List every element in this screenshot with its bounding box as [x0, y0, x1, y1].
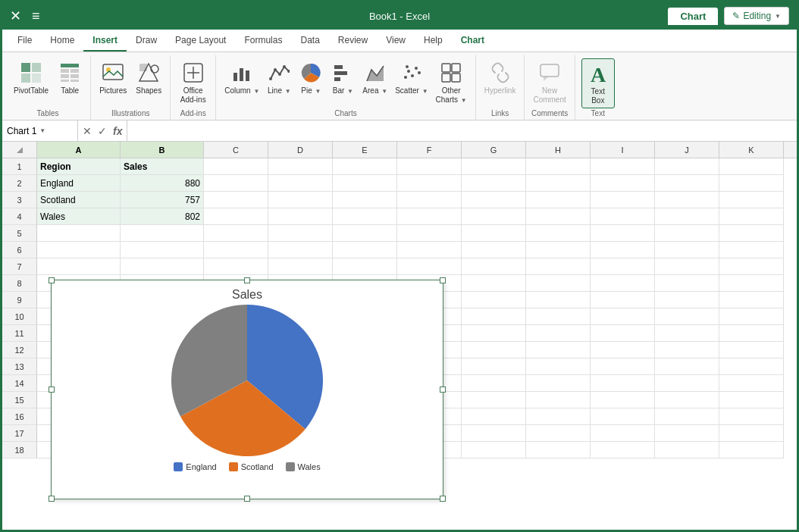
- cell-I4[interactable]: [591, 208, 655, 225]
- cell-I7[interactable]: [591, 258, 655, 275]
- cell-I16[interactable]: [591, 408, 655, 425]
- cell-B4[interactable]: 802: [121, 208, 204, 225]
- column-chart-button[interactable]: Column ▼: [221, 58, 263, 98]
- cell-I1[interactable]: [591, 158, 655, 175]
- scatter-chart-button[interactable]: Scatter ▼: [391, 58, 431, 98]
- cell-H5[interactable]: [526, 225, 591, 242]
- name-box[interactable]: Chart 1 ▼: [2, 120, 78, 141]
- cell-H10[interactable]: [526, 308, 591, 325]
- cell-E7[interactable]: [333, 258, 397, 275]
- cell-G16[interactable]: [462, 408, 526, 425]
- cell-G8[interactable]: [462, 275, 526, 292]
- cell-K2[interactable]: [719, 175, 784, 192]
- cell-D2[interactable]: [268, 175, 333, 192]
- cell-K11[interactable]: [719, 325, 784, 342]
- chart-handle-tr[interactable]: [440, 277, 446, 283]
- cell-G15[interactable]: [462, 392, 526, 408]
- cell-K18[interactable]: [719, 442, 784, 458]
- col-header-E[interactable]: E: [333, 142, 397, 158]
- chart-handle-bl[interactable]: [49, 496, 55, 502]
- row-num-6[interactable]: 6: [2, 242, 37, 258]
- cell-H3[interactable]: [526, 192, 591, 208]
- cell-B1[interactable]: Sales: [121, 158, 204, 175]
- cell-H16[interactable]: [526, 408, 591, 425]
- cell-I14[interactable]: [591, 375, 655, 392]
- cell-J1[interactable]: [655, 158, 719, 175]
- cancel-formula-button[interactable]: ✕: [81, 124, 93, 139]
- col-header-B[interactable]: B: [121, 142, 204, 158]
- name-box-arrow[interactable]: ▼: [39, 127, 45, 134]
- cell-G4[interactable]: [462, 208, 526, 225]
- cell-G12[interactable]: [462, 342, 526, 358]
- cell-J8[interactable]: [655, 275, 719, 292]
- editing-button[interactable]: ✎ Editing ▼: [724, 7, 789, 25]
- cell-C7[interactable]: [204, 258, 268, 275]
- cell-H14[interactable]: [526, 375, 591, 392]
- row-num-13[interactable]: 13: [2, 358, 37, 375]
- col-header-C[interactable]: C: [204, 142, 268, 158]
- cell-I5[interactable]: [591, 225, 655, 242]
- cell-E5[interactable]: [333, 225, 397, 242]
- col-header-A[interactable]: A: [37, 142, 121, 158]
- row-num-15[interactable]: 15: [2, 392, 37, 408]
- cell-G2[interactable]: [462, 175, 526, 192]
- cell-J11[interactable]: [655, 325, 719, 342]
- cell-G13[interactable]: [462, 358, 526, 375]
- row-num-10[interactable]: 10: [2, 308, 37, 325]
- cell-F5[interactable]: [397, 225, 462, 242]
- cell-K10[interactable]: [719, 308, 784, 325]
- cell-I6[interactable]: [591, 242, 655, 258]
- cell-E2[interactable]: [333, 175, 397, 192]
- cell-J10[interactable]: [655, 308, 719, 325]
- other-charts-button[interactable]: OtherCharts ▼: [432, 58, 471, 107]
- cell-J15[interactable]: [655, 392, 719, 408]
- col-header-G[interactable]: G: [462, 142, 526, 158]
- cell-F7[interactable]: [397, 258, 462, 275]
- tab-formulas[interactable]: Formulas: [235, 30, 291, 52]
- cell-J17[interactable]: [655, 425, 719, 442]
- tab-draw[interactable]: Draw: [127, 30, 166, 52]
- row-num-7[interactable]: 7: [2, 258, 37, 275]
- cell-I3[interactable]: [591, 192, 655, 208]
- pie-chart-button[interactable]: Pie ▼: [295, 58, 327, 98]
- cell-F6[interactable]: [397, 242, 462, 258]
- cell-J14[interactable]: [655, 375, 719, 392]
- chart-tab[interactable]: Chart: [668, 8, 718, 25]
- chart-handle-right[interactable]: [440, 386, 446, 393]
- row-num-12[interactable]: 12: [2, 342, 37, 358]
- shapes-button[interactable]: Shapes: [132, 58, 165, 98]
- col-header-J[interactable]: J: [655, 142, 719, 158]
- cell-G7[interactable]: [462, 258, 526, 275]
- cell-A1[interactable]: Region: [37, 158, 121, 175]
- cell-E4[interactable]: [333, 208, 397, 225]
- cell-K8[interactable]: [719, 275, 784, 292]
- cell-K15[interactable]: [719, 392, 784, 408]
- cell-I2[interactable]: [591, 175, 655, 192]
- chart-container[interactable]: Sales England Scotland: [51, 280, 443, 499]
- cell-I8[interactable]: [591, 275, 655, 292]
- cell-C2[interactable]: [204, 175, 268, 192]
- cell-H1[interactable]: [526, 158, 591, 175]
- col-header-H[interactable]: H: [526, 142, 591, 158]
- cell-B5[interactable]: [121, 225, 204, 242]
- cell-J2[interactable]: [655, 175, 719, 192]
- row-num-4[interactable]: 4: [2, 208, 37, 225]
- cell-K7[interactable]: [719, 258, 784, 275]
- col-header-K[interactable]: K: [719, 142, 784, 158]
- cell-J5[interactable]: [655, 225, 719, 242]
- cell-C3[interactable]: [204, 192, 268, 208]
- tab-help[interactable]: Help: [415, 30, 452, 52]
- row-num-1[interactable]: 1: [2, 158, 37, 175]
- cell-E1[interactable]: [333, 158, 397, 175]
- cell-F3[interactable]: [397, 192, 462, 208]
- cell-H15[interactable]: [526, 392, 591, 408]
- cell-K16[interactable]: [719, 408, 784, 425]
- cell-I13[interactable]: [591, 358, 655, 375]
- cell-A3[interactable]: Scotland: [37, 192, 121, 208]
- cell-H7[interactable]: [526, 258, 591, 275]
- cell-D5[interactable]: [268, 225, 333, 242]
- cell-G17[interactable]: [462, 425, 526, 442]
- cell-H9[interactable]: [526, 292, 591, 308]
- cell-I11[interactable]: [591, 325, 655, 342]
- cell-J6[interactable]: [655, 242, 719, 258]
